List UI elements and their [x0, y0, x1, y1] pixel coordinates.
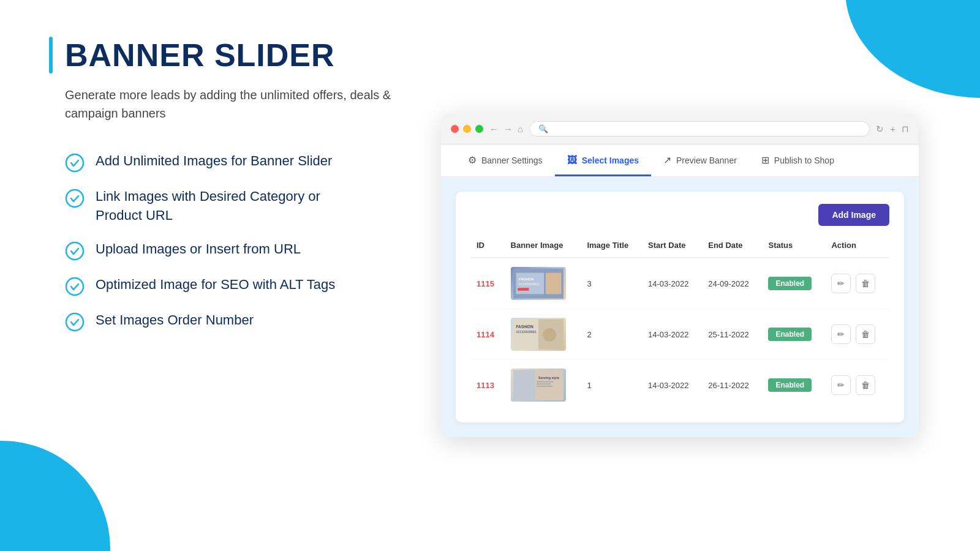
browser-chrome: ← → ⌂ 🔍 ↻ + ⊓ [441, 114, 919, 144]
banner-thumbnail: FASHIONACCESSORIES [511, 318, 566, 351]
delete-button[interactable]: 🗑 [856, 274, 875, 293]
right-panel: ← → ⌂ 🔍 ↻ + ⊓ ⚙ Banner Settings [429, 37, 931, 514]
browser-window: ← → ⌂ 🔍 ↻ + ⊓ ⚙ Banner Settings [441, 114, 919, 437]
feature-text: Set Images Order Number [96, 311, 254, 330]
svg-rect-19 [535, 370, 564, 400]
back-button[interactable]: ← [489, 124, 499, 134]
svg-text:Serving style: Serving style [538, 376, 559, 380]
edit-button[interactable]: ✏ [831, 274, 851, 293]
action-icons: ✏ 🗑 [831, 375, 883, 395]
col-header-status: Status [762, 236, 825, 258]
add-tab-icon[interactable]: + [890, 124, 895, 135]
action-icons: ✏ 🗑 [831, 324, 883, 344]
delete-button[interactable]: 🗑 [856, 324, 875, 344]
cell-banner-image: FASHIONACCESSORIES [505, 258, 581, 309]
publish-icon: ⊞ [761, 154, 769, 166]
check-icon [65, 241, 85, 261]
svg-rect-12 [513, 319, 538, 349]
content-card: Add Image ID Banner Image Image Title St… [456, 192, 904, 422]
cell-action: ✏ 🗑 [825, 258, 889, 309]
feature-text: Upload Images or Insert from URL [96, 240, 301, 259]
browser-search-bar[interactable]: 🔍 [529, 121, 870, 137]
cell-start-date: 14-03-2022 [642, 309, 702, 360]
feature-item: Add Unlimited Images for Banner Slider [65, 152, 392, 173]
cell-id: 1113 [470, 360, 505, 411]
cell-image-title: 1 [581, 360, 642, 411]
status-badge: Enabled [768, 378, 812, 392]
title-accent [49, 37, 53, 73]
close-button[interactable] [451, 125, 459, 133]
delete-button[interactable]: 🗑 [856, 375, 875, 395]
images-table: ID Banner Image Image Title Start Date E… [470, 236, 889, 410]
svg-rect-18 [513, 370, 535, 400]
settings-icon: ⚙ [468, 154, 477, 166]
cell-status: Enabled [762, 309, 825, 360]
cell-end-date: 25-11-2022 [702, 309, 762, 360]
feature-text: Optimized Image for SEO with ALT Tags [96, 276, 335, 294]
tab-bar: ⚙ Banner Settings 🖼 Select Images ↗ Prev… [441, 144, 919, 177]
edit-button[interactable]: ✏ [831, 324, 851, 344]
svg-text:FASHION: FASHION [516, 324, 533, 329]
cell-banner-image: FASHIONACCESSORIES [505, 309, 581, 360]
svg-rect-23 [537, 386, 552, 387]
edit-button[interactable]: ✏ [831, 375, 851, 395]
col-header-action: Action [825, 236, 889, 258]
minimize-button[interactable] [463, 125, 471, 133]
refresh-icon[interactable]: ↻ [876, 124, 884, 135]
browser-nav: ← → ⌂ [489, 124, 523, 134]
features-list: Add Unlimited Images for Banner Slider L… [65, 152, 392, 332]
svg-text:ACCESSORIES: ACCESSORIES [516, 331, 536, 334]
banner-thumbnail: FASHIONACCESSORIES [511, 267, 566, 300]
svg-rect-21 [537, 381, 553, 383]
traffic-lights [451, 125, 483, 133]
cell-start-date: 14-03-2022 [642, 360, 702, 411]
svg-point-4 [66, 313, 83, 331]
add-image-button[interactable]: Add Image [818, 204, 889, 226]
action-icons: ✏ 🗑 [831, 274, 883, 293]
tab-banner-settings[interactable]: ⚙ Banner Settings [456, 144, 555, 176]
check-icon [65, 312, 85, 332]
feature-item: Set Images Order Number [65, 311, 392, 332]
svg-point-16 [543, 328, 556, 342]
page-title: BANNER SLIDER [65, 37, 335, 73]
more-icon[interactable]: ⊓ [902, 124, 909, 135]
add-image-section: Add Image [470, 204, 889, 226]
cell-id: 1115 [470, 258, 505, 309]
banner-thumbnail: Serving style [511, 369, 566, 402]
preview-icon: ↗ [663, 154, 671, 166]
table-row: 1114 FASHIONACCESSORIES 2 14-03-2022 25-… [470, 309, 889, 360]
home-button[interactable]: ⌂ [518, 124, 523, 134]
col-header-banner-image: Banner Image [505, 236, 581, 258]
image-icon: 🖼 [567, 155, 577, 166]
svg-rect-22 [537, 383, 551, 384]
cell-image-title: 3 [581, 258, 642, 309]
svg-point-2 [66, 242, 83, 260]
maximize-button[interactable] [475, 125, 483, 133]
svg-rect-7 [545, 273, 561, 294]
cell-action: ✏ 🗑 [825, 309, 889, 360]
browser-actions: ↻ + ⊓ [876, 124, 909, 135]
page-subtitle: Generate more leads by adding the unlimi… [65, 86, 392, 122]
cell-end-date: 24-09-2022 [702, 258, 762, 309]
check-icon [65, 277, 85, 296]
tab-publish-to-shop[interactable]: ⊞ Publish to Shop [749, 144, 846, 176]
col-header-image-title: Image Title [581, 236, 642, 258]
cell-start-date: 14-03-2022 [642, 258, 702, 309]
tab-label: Banner Settings [481, 156, 543, 165]
cell-end-date: 26-11-2022 [702, 360, 762, 411]
tab-preview-banner[interactable]: ↗ Preview Banner [651, 144, 749, 176]
cell-status: Enabled [762, 258, 825, 309]
svg-point-0 [66, 154, 83, 171]
tab-label: Publish to Shop [774, 156, 834, 165]
cell-banner-image: Serving style [505, 360, 581, 411]
col-header-end-date: End Date [702, 236, 762, 258]
status-badge: Enabled [768, 277, 812, 290]
tab-select-images[interactable]: 🖼 Select Images [555, 145, 651, 176]
forward-button[interactable]: → [503, 124, 513, 134]
svg-text:FASHION: FASHION [519, 277, 533, 281]
check-icon [65, 189, 85, 208]
feature-text: Link Images with Desired Category orProd… [96, 187, 320, 225]
svg-text:ACCESSORIES: ACCESSORIES [519, 283, 539, 286]
title-bar: BANNER SLIDER [49, 37, 392, 73]
cell-image-title: 2 [581, 309, 642, 360]
